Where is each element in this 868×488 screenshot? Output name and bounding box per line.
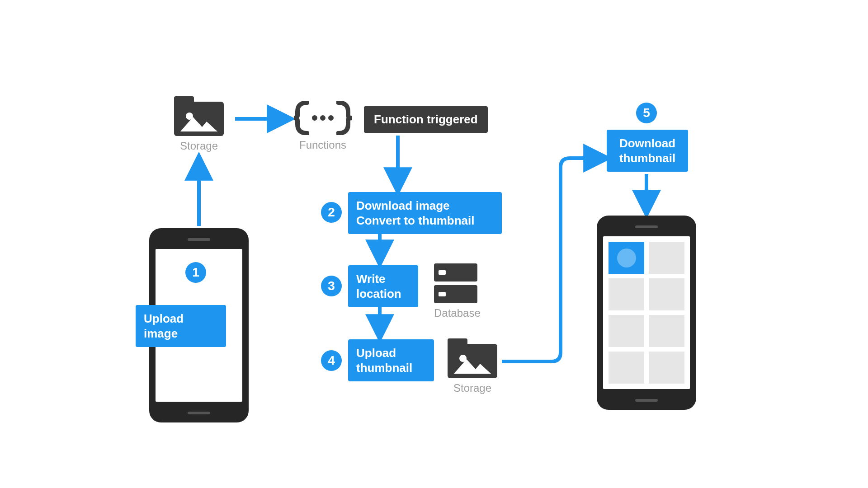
download-convert-label: Download image Convert to thumbnail bbox=[356, 199, 474, 227]
upload-image-box: Upload image bbox=[136, 305, 226, 347]
storage-folder-icon bbox=[174, 96, 224, 136]
function-triggered-box: Function triggered bbox=[364, 106, 488, 133]
download-thumbnail-box: Download thumbnail bbox=[607, 130, 688, 172]
badge-5: 5 bbox=[636, 103, 657, 123]
functions-label: Functions bbox=[294, 139, 352, 151]
write-location-label: Write location bbox=[356, 272, 401, 300]
upload-thumbnail-box: Upload thumbnail bbox=[348, 339, 434, 381]
gallery-thumbnail-cell bbox=[609, 242, 644, 274]
upload-image-label: Upload image bbox=[144, 312, 184, 340]
badge-2: 2 bbox=[321, 202, 342, 223]
storage-bottom-label: Storage bbox=[448, 382, 497, 394]
write-location-box: Write location bbox=[348, 265, 418, 307]
gallery-cell bbox=[609, 315, 644, 347]
gallery-cell bbox=[609, 352, 644, 384]
upload-thumbnail-label: Upload thumbnail bbox=[356, 346, 412, 375]
functions-block: Functions bbox=[294, 101, 352, 151]
storage-top: Storage bbox=[174, 96, 224, 152]
diagram-stage: Upload image 1 Storage Functions Functi bbox=[108, 61, 760, 427]
svg-marker-1 bbox=[180, 117, 217, 131]
badge-3: 3 bbox=[321, 276, 342, 296]
badge-4: 4 bbox=[321, 350, 342, 371]
storage-bottom: Storage bbox=[448, 338, 497, 394]
functions-icon bbox=[294, 101, 352, 135]
badge-1: 1 bbox=[185, 262, 206, 283]
phone-target bbox=[597, 216, 696, 410]
gallery-cell bbox=[649, 315, 684, 347]
database-block: Database bbox=[434, 263, 481, 319]
download-thumbnail-label: Download thumbnail bbox=[619, 136, 675, 165]
database-icon bbox=[434, 263, 477, 303]
phone-screen-right bbox=[603, 236, 690, 389]
thumbnail-gallery bbox=[609, 242, 684, 384]
gallery-cell bbox=[649, 242, 684, 274]
storage-folder-icon-bottom bbox=[448, 338, 497, 378]
gallery-cell bbox=[609, 278, 644, 310]
gallery-cell bbox=[649, 278, 684, 310]
arrow-storage-to-download bbox=[502, 158, 604, 361]
download-convert-box: Download image Convert to thumbnail bbox=[348, 192, 502, 234]
phone-device-right bbox=[597, 216, 696, 410]
svg-marker-3 bbox=[454, 359, 491, 374]
database-label: Database bbox=[434, 307, 481, 319]
gallery-cell bbox=[649, 352, 684, 384]
storage-top-label: Storage bbox=[174, 140, 224, 152]
